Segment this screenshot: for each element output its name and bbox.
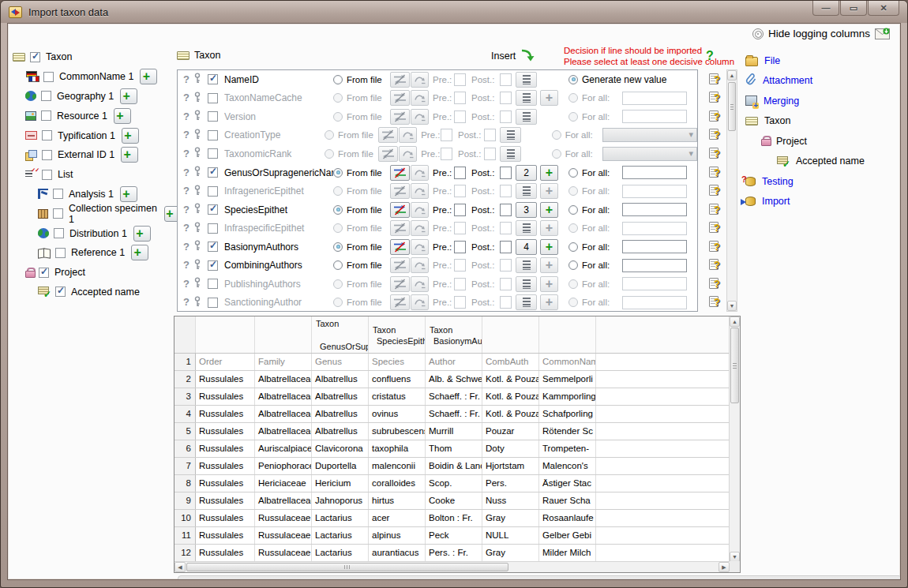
- pre-input[interactable]: [454, 204, 466, 216]
- help-doc-icon[interactable]: [709, 185, 719, 196]
- post-input[interactable]: [500, 185, 512, 197]
- transfer-button[interactable]: [390, 165, 410, 181]
- column-number-button[interactable]: [500, 146, 521, 162]
- row-number-cell[interactable]: 2: [174, 371, 196, 388]
- nav-item-import[interactable]: Import: [745, 192, 901, 212]
- post-input[interactable]: [500, 259, 512, 272]
- help-doc-icon[interactable]: [709, 241, 719, 252]
- for-all-radio[interactable]: [552, 130, 561, 140]
- pre-input[interactable]: [454, 73, 466, 86]
- post-input[interactable]: [500, 222, 512, 234]
- help-doc-icon[interactable]: [709, 92, 719, 103]
- field-checkbox[interactable]: [208, 74, 218, 84]
- column-number-button[interactable]: 3: [516, 202, 537, 218]
- add-distribution-1-button[interactable]: [133, 226, 151, 242]
- add-typification-1-button[interactable]: [122, 128, 139, 144]
- curve-button[interactable]: [411, 202, 429, 218]
- field-checkbox[interactable]: [208, 93, 218, 103]
- tree-checkbox[interactable]: [39, 268, 49, 278]
- from-file-radio[interactable]: [333, 242, 343, 252]
- pre-input[interactable]: [454, 278, 466, 290]
- add-mapping-button[interactable]: [540, 165, 558, 181]
- column-number-button[interactable]: [516, 72, 537, 88]
- from-file-radio[interactable]: [333, 223, 343, 233]
- pre-input[interactable]: [454, 222, 466, 234]
- row-number-cell[interactable]: 3: [174, 388, 196, 405]
- curve-button[interactable]: [411, 294, 429, 310]
- titlebar[interactable]: Import taxon data — ▭ ✕: [1, 1, 907, 23]
- tree-checkbox[interactable]: [42, 130, 52, 140]
- add-reference-1-button[interactable]: [131, 245, 148, 260]
- tree-checkbox[interactable]: [41, 91, 51, 101]
- pre-input[interactable]: [441, 129, 452, 141]
- add-mapping-button[interactable]: [540, 239, 558, 255]
- row-number-cell[interactable]: 9: [174, 492, 196, 509]
- from-file-radio[interactable]: [333, 279, 343, 289]
- tree-item-distribution-1[interactable]: Distribution 1: [13, 223, 180, 243]
- scroll-left-arrow[interactable]: ◀: [174, 562, 186, 572]
- scroll-right-arrow[interactable]: ▶: [719, 562, 730, 572]
- post-input[interactable]: [500, 296, 512, 309]
- field-checkbox[interactable]: [208, 148, 218, 159]
- row-number-cell[interactable]: 5: [174, 423, 196, 440]
- question-gray-icon[interactable]: [182, 204, 190, 215]
- for-all-radio[interactable]: [568, 93, 578, 103]
- help-doc-icon[interactable]: [709, 73, 719, 84]
- mail-icon[interactable]: [875, 28, 891, 39]
- for-all-radio[interactable]: [568, 279, 578, 289]
- column-number-button[interactable]: [516, 294, 537, 310]
- key-icon[interactable]: [193, 277, 202, 290]
- help-doc-icon[interactable]: [709, 222, 719, 233]
- add-mapping-button[interactable]: [540, 183, 558, 199]
- field-checkbox[interactable]: [208, 167, 218, 178]
- add-analysis-1-button[interactable]: [120, 186, 137, 202]
- column-number-button[interactable]: [516, 257, 537, 273]
- key-icon[interactable]: [193, 166, 202, 179]
- transfer-button[interactable]: [390, 239, 410, 255]
- post-input[interactable]: [484, 148, 496, 160]
- tree-item-commonname-1[interactable]: CommonName 1: [13, 67, 180, 87]
- field-checkbox[interactable]: [208, 298, 218, 308]
- question-gray-icon[interactable]: [182, 297, 190, 308]
- for-all-input[interactable]: [622, 277, 687, 290]
- question-gray-icon[interactable]: [182, 111, 190, 122]
- column-number-button[interactable]: [516, 276, 537, 292]
- decisive-help-icon[interactable]: [706, 50, 715, 62]
- key-icon[interactable]: [193, 185, 202, 198]
- curve-button[interactable]: [399, 146, 417, 162]
- for-all-radio[interactable]: [568, 168, 578, 178]
- for-all-input[interactable]: [622, 203, 687, 216]
- post-input[interactable]: [484, 129, 496, 141]
- nav-item-testing[interactable]: Testing: [745, 171, 901, 192]
- pre-input[interactable]: [454, 296, 466, 309]
- add-mapping-button[interactable]: [540, 220, 558, 236]
- post-input[interactable]: [500, 241, 512, 253]
- from-file-radio[interactable]: [333, 298, 343, 307]
- post-input[interactable]: [500, 204, 512, 216]
- add-commonname-1-button[interactable]: [140, 69, 157, 84]
- for-all-input[interactable]: [622, 110, 687, 123]
- from-file-radio[interactable]: [333, 186, 343, 196]
- column-number-button[interactable]: [500, 127, 521, 143]
- add-geography-1-button[interactable]: [120, 88, 137, 104]
- curve-button[interactable]: [411, 109, 429, 125]
- transfer-button[interactable]: [390, 257, 410, 273]
- question-gray-icon[interactable]: [182, 260, 190, 271]
- for-all-input[interactable]: [622, 92, 687, 105]
- field-checkbox[interactable]: [208, 242, 218, 252]
- key-icon[interactable]: [193, 147, 202, 160]
- transfer-button[interactable]: [390, 202, 410, 218]
- tree-item-taxon[interactable]: Taxon: [13, 47, 180, 67]
- scroll-up-arrow[interactable]: ▲: [730, 316, 740, 327]
- scroll-up-arrow[interactable]: ▲: [727, 70, 737, 81]
- curve-button[interactable]: [411, 90, 429, 106]
- help-doc-icon[interactable]: [709, 148, 719, 159]
- tree-checkbox[interactable]: [43, 72, 54, 82]
- tree-item-list[interactable]: List: [13, 165, 180, 185]
- transfer-button[interactable]: [390, 294, 410, 310]
- for-all-combo[interactable]: [602, 128, 697, 142]
- key-icon[interactable]: [193, 92, 202, 105]
- post-input[interactable]: [500, 110, 512, 123]
- question-gray-icon[interactable]: [182, 167, 190, 178]
- post-input[interactable]: [500, 278, 512, 290]
